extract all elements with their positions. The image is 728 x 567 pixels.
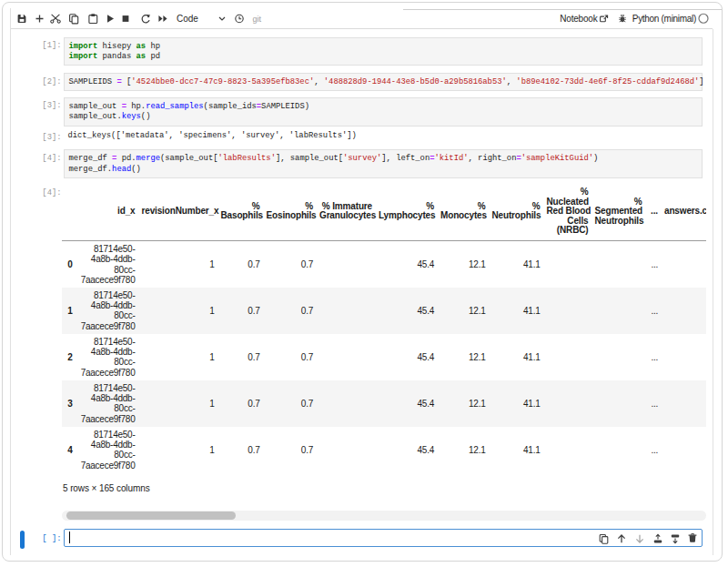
- svg-text:Python (minimal): Python (minimal): [632, 14, 696, 24]
- svg-text:Notebook: Notebook: [560, 14, 598, 24]
- svg-text:Code: Code: [177, 14, 198, 24]
- svg-text:git: git: [253, 15, 262, 24]
